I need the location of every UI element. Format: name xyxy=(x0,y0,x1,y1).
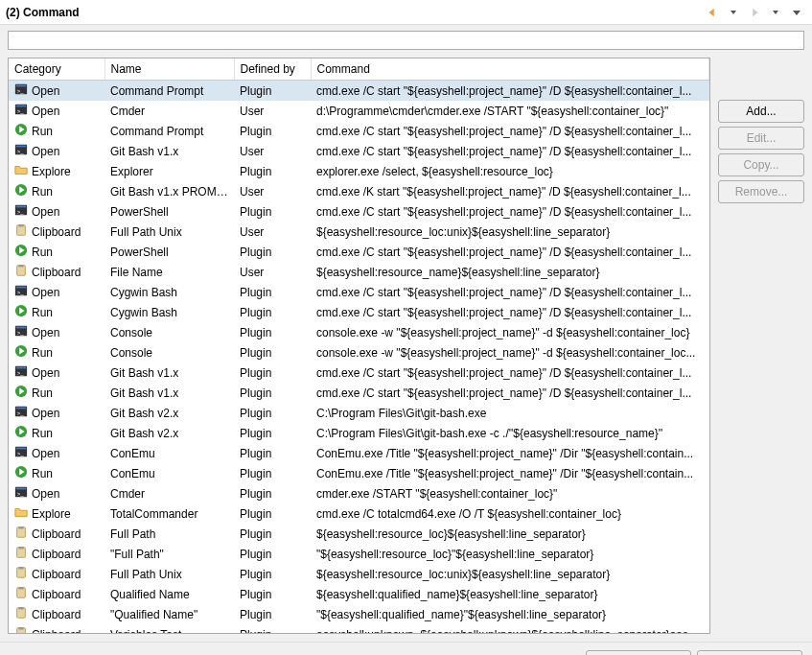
table-row[interactable]: RunCygwin BashPlugincmd.exe /C start "${… xyxy=(9,302,709,322)
table-row[interactable]: RunGit Bash v1.xPlugincmd.exe /C start "… xyxy=(9,383,709,403)
cell-command: explorer.exe /select, ${easyshell:resour… xyxy=(311,161,709,181)
svg-rect-47 xyxy=(18,567,23,570)
table-row[interactable]: >_OpenConEmuPluginConEmu.exe /Title "${e… xyxy=(9,443,709,463)
cell-defined: Plugin xyxy=(234,282,311,302)
add-button[interactable]: Add... xyxy=(718,100,804,123)
table-row[interactable]: ExploreExplorerPluginexplorer.exe /selec… xyxy=(9,161,709,181)
back-menu[interactable] xyxy=(724,3,743,22)
table-row[interactable]: RunConEmuPluginConEmu.exe /Title "${easy… xyxy=(9,463,709,483)
cell-command: easyshell:unknown=${easyshell:unknown}${… xyxy=(311,624,709,633)
table-row[interactable]: ClipboardFull PathPlugin${easyshell:reso… xyxy=(9,524,709,544)
play-icon xyxy=(14,183,28,199)
cell-category: Explore xyxy=(32,165,71,178)
play-icon xyxy=(14,123,28,139)
cell-defined: Plugin xyxy=(234,524,311,544)
col-header-defined[interactable]: Defined by xyxy=(234,58,311,81)
cell-command: cmd.exe /C start "${easyshell:project_na… xyxy=(311,201,709,222)
table-row[interactable]: >_OpenGit Bash v1.xUsercmd.exe /C start … xyxy=(9,141,709,161)
svg-text:>_: >_ xyxy=(17,208,25,215)
svg-text:>_: >_ xyxy=(17,490,25,497)
cell-name: Cmder xyxy=(104,483,234,503)
cell-name: PowerShell xyxy=(104,242,234,262)
table-row[interactable]: >_OpenCygwin BashPlugincmd.exe /C start … xyxy=(9,282,709,302)
terminal-icon: >_ xyxy=(14,364,28,381)
table-row[interactable]: ExploreTotalCommanderPlugincmd.exe /C to… xyxy=(9,503,709,524)
svg-text:>_: >_ xyxy=(17,107,25,114)
table-row[interactable]: >_OpenGit Bash v1.xPlugincmd.exe /C star… xyxy=(9,363,709,383)
cell-command: ConEmu.exe /Title "${easyshell:project_n… xyxy=(311,443,709,463)
table-row[interactable]: ClipboardQualified NamePlugin${easyshell… xyxy=(9,584,709,604)
forward-menu[interactable] xyxy=(766,3,785,22)
cell-category: Run xyxy=(32,346,53,360)
table-row[interactable]: RunGit Bash v1.x PROMPTUsercmd.exe /K st… xyxy=(9,181,709,201)
cell-defined: Plugin xyxy=(234,81,311,101)
cell-category: Open xyxy=(32,105,59,118)
table-row[interactable]: Clipboard"Full Path"Plugin"${easyshell:r… xyxy=(9,544,709,564)
col-header-category[interactable]: Category xyxy=(9,58,104,81)
cell-defined: User xyxy=(234,262,311,282)
table-row[interactable]: ClipboardFull Path UnixPlugin${easyshell… xyxy=(9,564,709,584)
cell-category: Open xyxy=(32,487,59,501)
table-row[interactable]: ClipboardFile NameUser${easyshell:resour… xyxy=(9,262,709,282)
cell-category: Run xyxy=(32,185,53,199)
table-row[interactable]: >_OpenCommand PromptPlugincmd.exe /C sta… xyxy=(9,81,709,101)
cell-name: PowerShell xyxy=(104,201,234,222)
back-arrow-icon xyxy=(706,6,719,19)
cell-name: ConEmu xyxy=(104,443,234,463)
cell-category: Clipboard xyxy=(32,608,81,621)
chevron-down-icon xyxy=(793,9,800,16)
terminal-icon: >_ xyxy=(14,103,28,119)
cell-command: cmder.exe /START "${easyshell:container_… xyxy=(311,483,709,503)
svg-text:>_: >_ xyxy=(17,369,25,376)
svg-rect-45 xyxy=(18,547,23,550)
cell-command: cmd.exe /C start "${easyshell:project_na… xyxy=(311,383,709,403)
chevron-down-icon xyxy=(773,10,778,15)
table-row[interactable]: ClipboardVariables TestPlugineasyshell:u… xyxy=(9,624,709,633)
table-row[interactable]: >_OpenCmderUserd:\Programme\cmder\cmder.… xyxy=(9,101,709,121)
cell-command: cmd.exe /C start "${easyshell:project_na… xyxy=(311,81,709,101)
cell-name: Git Bash v2.x xyxy=(104,423,234,443)
page-title: (2) Command xyxy=(6,6,80,19)
cell-command: cmd.exe /C start "${easyshell:project_na… xyxy=(311,141,709,161)
cell-category: Run xyxy=(32,246,53,259)
table-row[interactable]: RunGit Bash v2.xPluginC:\Program Files\G… xyxy=(9,423,709,443)
cell-command: ${easyshell:qualified_name}${easyshell:l… xyxy=(311,584,709,604)
apply-button[interactable]: Apply xyxy=(697,650,802,656)
clipboard-icon xyxy=(14,526,28,542)
table-row[interactable]: >_OpenGit Bash v2.xPluginC:\Program File… xyxy=(9,403,709,423)
button-panel: Add... Edit... Copy... Remove... xyxy=(718,58,804,634)
table-row[interactable]: Clipboard"Qualified Name"Plugin"${easysh… xyxy=(9,604,709,624)
clipboard-icon xyxy=(14,606,28,622)
col-header-name[interactable]: Name xyxy=(104,58,234,81)
svg-rect-49 xyxy=(18,587,23,590)
cell-category: Open xyxy=(32,286,59,299)
restore-defaults-button[interactable]: Restore Defaults xyxy=(586,650,691,656)
folder-icon xyxy=(14,163,28,179)
table-row[interactable]: ClipboardFull Path UnixUser${easyshell:r… xyxy=(9,222,709,242)
cell-defined: Plugin xyxy=(234,584,311,604)
view-menu[interactable] xyxy=(787,3,806,22)
svg-text:>_: >_ xyxy=(17,87,25,94)
cell-defined: User xyxy=(234,101,311,121)
table-row[interactable]: RunPowerShellPlugincmd.exe /C start "${e… xyxy=(9,242,709,262)
edit-button[interactable]: Edit... xyxy=(718,127,804,150)
table-row[interactable]: >_OpenCmderPlugincmder.exe /START "${eas… xyxy=(9,483,709,503)
forward-arrow-icon xyxy=(748,6,761,19)
filter-input[interactable] xyxy=(8,31,804,50)
cell-defined: Plugin xyxy=(234,383,311,403)
cell-category: Run xyxy=(32,467,53,480)
cell-name: ConEmu xyxy=(104,463,234,483)
cell-name: Git Bash v2.x xyxy=(104,403,234,423)
remove-button[interactable]: Remove... xyxy=(718,180,804,203)
back-button[interactable] xyxy=(703,3,722,22)
cell-category: Open xyxy=(32,447,59,460)
forward-button[interactable] xyxy=(745,3,764,22)
table-row[interactable]: RunConsolePluginconsole.exe -w "${easysh… xyxy=(9,342,709,363)
copy-button[interactable]: Copy... xyxy=(718,153,804,176)
cell-command: C:\Program Files\Git\git-bash.exe -c ./'… xyxy=(311,423,709,443)
cell-command: cmd.exe /C start "${easyshell:project_na… xyxy=(311,242,709,262)
table-row[interactable]: RunCommand PromptPlugincmd.exe /C start … xyxy=(9,121,709,141)
col-header-command[interactable]: Command xyxy=(311,58,709,81)
table-row[interactable]: >_OpenPowerShellPlugincmd.exe /C start "… xyxy=(9,201,709,222)
table-row[interactable]: >_OpenConsolePluginconsole.exe -w "${eas… xyxy=(9,322,709,342)
